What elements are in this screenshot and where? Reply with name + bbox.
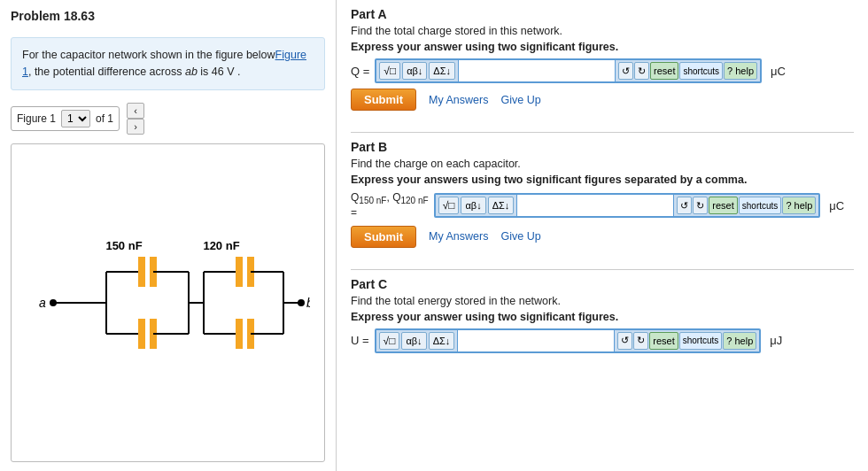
- part-a-section: Part A Find the total charge stored in t…: [351, 7, 854, 111]
- figure-page-select[interactable]: 1: [61, 110, 90, 127]
- part-b-give-up-link[interactable]: Give Up: [500, 230, 540, 243]
- divider-bc: [351, 269, 854, 270]
- part-b-input-toolbar: √□ αβ↓ ΔΣ↓ ↺ ↻ reset shortcuts ? help: [434, 193, 821, 218]
- divider-ab: [351, 132, 854, 133]
- delta-sigma-button-b[interactable]: ΔΣ↓: [488, 197, 515, 214]
- part-a-q-label: Q =: [351, 65, 369, 78]
- part-b-submit-button[interactable]: Submit: [351, 226, 416, 248]
- part-c-instruction: Find the total energy stored in the netw…: [351, 295, 854, 307]
- terminal-b-dot: [298, 299, 305, 306]
- right-panel: Part A Find the total charge stored in t…: [337, 0, 868, 471]
- part-b-q-label: Q150 nF, Q120 nF =: [351, 191, 429, 220]
- description-end: is 46 V .: [198, 66, 241, 78]
- part-a-unit: μC: [771, 65, 786, 78]
- part-c-unit: μJ: [770, 334, 782, 347]
- shortcuts-button-a[interactable]: shortcuts: [679, 62, 723, 80]
- part-b-toolbar-buttons: √□ αβ↓ ΔΣ↓: [436, 195, 518, 216]
- ab-term: ab: [185, 66, 198, 78]
- figure-nav-label: Figure 1: [17, 112, 56, 125]
- reset-button-a[interactable]: reset: [650, 62, 678, 80]
- alpha-beta-button-a[interactable]: αβ↓: [402, 62, 427, 80]
- undo-button-b[interactable]: ↺: [677, 197, 692, 214]
- part-a-toolbar-buttons: √□ αβ↓ ΔΣ↓: [376, 60, 459, 81]
- figure-nav: Figure 1 1 of 1: [11, 106, 120, 131]
- part-c-section: Part C Find the total energy stored in t…: [351, 277, 854, 359]
- figure-area: a b 150 nF 120 nF: [11, 143, 325, 463]
- figure-next-button[interactable]: ›: [127, 119, 144, 135]
- help-button-a[interactable]: ? help: [724, 62, 757, 80]
- part-c-title: Part C: [351, 277, 854, 291]
- part-a-my-answers-link[interactable]: My Answers: [429, 94, 488, 106]
- terminal-a-label: a: [39, 296, 46, 310]
- figure-arrows: ‹ ›: [127, 103, 144, 135]
- part-c-u-label: U =: [351, 334, 369, 347]
- part-c-toolbar-buttons: √□ αβ↓ ΔΣ↓: [376, 330, 459, 351]
- description-text: For the capacitor network shown in the f…: [22, 49, 275, 61]
- part-a-input-toolbar: √□ αβ↓ ΔΣ↓ ↺ ↻ reset shortcuts ? help: [375, 58, 762, 83]
- delta-sigma-button-c[interactable]: ΔΣ↓: [429, 332, 455, 350]
- figure-prev-button[interactable]: ‹: [127, 103, 144, 119]
- part-b-section: Part B Find the charge on each capacitor…: [351, 140, 854, 248]
- cap1-label: 150 nF: [105, 239, 142, 252]
- part-b-answer-row: Q150 nF, Q120 nF = √□ αβ↓ ΔΣ↓ ↺ ↻ reset …: [351, 191, 854, 220]
- undo-button-c[interactable]: ↺: [617, 332, 632, 350]
- shortcuts-button-b[interactable]: shortcuts: [739, 197, 782, 214]
- redo-button-b[interactable]: ↻: [693, 197, 708, 214]
- terminal-b-label: b: [306, 296, 310, 310]
- part-b-unit: μC: [829, 199, 844, 212]
- part-a-submit-button[interactable]: Submit: [351, 89, 416, 111]
- problem-title: Problem 18.63: [11, 9, 325, 23]
- sqrt-button-b[interactable]: √□: [438, 197, 460, 214]
- help-button-b[interactable]: ? help: [782, 197, 816, 214]
- figure-of-text: of 1: [96, 112, 113, 125]
- part-c-toolbar-actions: ↺ ↻ reset shortcuts ? help: [614, 330, 759, 351]
- part-c-emphasis: Express your answer using two significan…: [351, 311, 854, 323]
- part-a-submit-row: Submit My Answers Give Up: [351, 89, 854, 111]
- part-c-input-toolbar: √□ αβ↓ ΔΣ↓ ↺ ↻ reset shortcuts ? help: [375, 328, 762, 353]
- part-c-answer-row: U = √□ αβ↓ ΔΣ↓ ↺ ↻ reset shortcuts ? hel…: [351, 328, 854, 353]
- part-c-input[interactable]: [458, 330, 614, 351]
- part-a-instruction: Find the total charge stored in this net…: [351, 25, 854, 37]
- part-b-my-answers-link[interactable]: My Answers: [429, 230, 488, 243]
- part-b-instruction: Find the charge on each capacitor.: [351, 158, 854, 170]
- reset-button-c[interactable]: reset: [649, 332, 678, 350]
- part-a-emphasis: Express your answer using two significan…: [351, 41, 854, 53]
- terminal-a-dot: [50, 299, 57, 306]
- sqrt-button-c[interactable]: √□: [379, 332, 400, 350]
- part-a-title: Part A: [351, 7, 854, 21]
- sqrt-button-a[interactable]: √□: [379, 62, 400, 80]
- reset-button-b[interactable]: reset: [709, 197, 737, 214]
- problem-description: For the capacitor network shown in the f…: [11, 37, 325, 90]
- help-button-c[interactable]: ? help: [723, 332, 756, 350]
- shortcuts-button-c[interactable]: shortcuts: [679, 332, 723, 350]
- alpha-beta-button-c[interactable]: αβ↓: [401, 332, 426, 350]
- description-rest: , the potential difference across: [28, 66, 182, 78]
- part-a-give-up-link[interactable]: Give Up: [500, 94, 540, 106]
- circuit-diagram: a b 150 nF 120 nF: [27, 223, 310, 382]
- part-b-title: Part B: [351, 140, 854, 154]
- part-b-emphasis: Express your answers using two significa…: [351, 174, 854, 186]
- part-a-toolbar-actions: ↺ ↻ reset shortcuts ? help: [615, 60, 760, 81]
- part-b-toolbar-actions: ↺ ↻ reset shortcuts ? help: [673, 195, 818, 216]
- undo-button-a[interactable]: ↺: [618, 62, 633, 80]
- alpha-beta-button-b[interactable]: αβ↓: [461, 197, 485, 214]
- delta-sigma-button-a[interactable]: ΔΣ↓: [429, 62, 455, 80]
- part-b-submit-row: Submit My Answers Give Up: [351, 226, 854, 248]
- part-a-answer-row: Q = √□ αβ↓ ΔΣ↓ ↺ ↻ reset shortcuts ? hel…: [351, 58, 854, 83]
- redo-button-c[interactable]: ↻: [633, 332, 648, 350]
- left-panel: Problem 18.63 For the capacitor network …: [0, 0, 337, 471]
- redo-button-a[interactable]: ↻: [634, 62, 649, 80]
- cap2-label: 120 nF: [203, 239, 239, 252]
- part-a-input[interactable]: [459, 60, 615, 81]
- part-b-input[interactable]: [517, 195, 673, 216]
